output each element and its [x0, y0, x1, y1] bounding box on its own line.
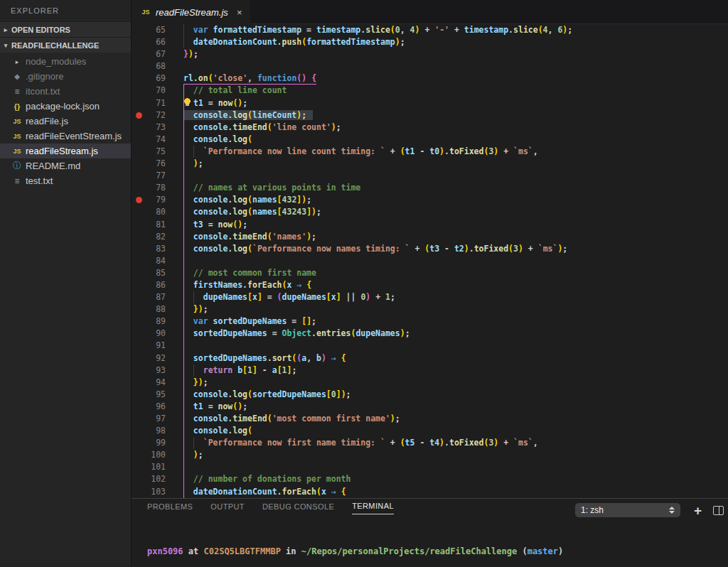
line-number[interactable]: 87 [146, 291, 166, 303]
breakpoint-gutter[interactable] [132, 303, 146, 315]
line-number[interactable]: 96 [146, 401, 166, 413]
breakpoint-gutter[interactable] [132, 109, 146, 122]
code-line[interactable]: 77 [132, 170, 728, 182]
split-terminal-icon[interactable] [713, 506, 724, 515]
line-number[interactable]: 71 [146, 97, 166, 109]
breakpoint-gutter[interactable] [132, 267, 146, 279]
code-line[interactable]: 70 // total line count [132, 85, 728, 97]
line-number[interactable]: 98 [146, 425, 166, 437]
breakpoint-gutter[interactable] [132, 85, 146, 97]
breakpoint-gutter[interactable] [132, 97, 146, 109]
breakpoint-gutter[interactable] [132, 243, 146, 255]
line-number[interactable]: 77 [146, 170, 166, 182]
code-line[interactable]: 86 firstNames.forEach(x ⇒ { [132, 279, 728, 291]
breakpoint-gutter[interactable] [132, 328, 146, 340]
code-line[interactable]: 80 console.log(names[43243]); [132, 206, 728, 218]
breakpoint-gutter[interactable] [132, 231, 146, 243]
code-line[interactable]: 94 }); [132, 377, 728, 389]
line-number[interactable]: 65 [146, 24, 166, 36]
code-line[interactable]: 96 t1 = now(); [132, 401, 728, 413]
breakpoint-gutter[interactable] [132, 60, 146, 72]
breakpoint-gutter[interactable] [132, 389, 146, 401]
line-number[interactable]: 89 [146, 315, 166, 328]
file-row-node-modules[interactable]: ▸node_modules [0, 54, 131, 69]
breakpoint-gutter[interactable] [132, 36, 146, 48]
code-line[interactable]: 72 console.log(lineCount); [132, 109, 728, 122]
code-line[interactable]: 82 console.timeEnd('names'); [132, 231, 728, 243]
line-number[interactable]: 81 [146, 219, 166, 231]
breakpoint-gutter[interactable] [132, 48, 146, 60]
code-line[interactable]: 66 dateDonationCount.push(formattedTimes… [132, 36, 728, 48]
line-number[interactable]: 85 [146, 267, 166, 279]
code-line[interactable]: 79 console.log(names[432]); [132, 194, 728, 206]
breakpoint-gutter[interactable] [132, 340, 146, 352]
line-number[interactable]: 68 [146, 60, 166, 72]
code-line[interactable]: 71t1 = now(); [132, 97, 728, 109]
panel-tab-debug-console[interactable]: DEBUG CONSOLE [262, 500, 334, 514]
breakpoint-gutter[interactable] [132, 486, 146, 498]
breakpoint-gutter[interactable] [132, 170, 146, 182]
breakpoint-gutter[interactable] [132, 315, 146, 328]
line-number[interactable]: 76 [146, 158, 166, 170]
breakpoint-gutter[interactable] [132, 194, 146, 206]
breakpoint-gutter[interactable] [132, 352, 146, 364]
file-row--gitignore[interactable]: ◆.gitignore [0, 69, 131, 84]
code-line[interactable]: 98 console.log( [132, 425, 728, 437]
section-open-editors[interactable]: ▸ OPEN EDITORS [0, 21, 131, 37]
breakpoint-gutter[interactable] [132, 279, 146, 291]
line-number[interactable]: 75 [146, 146, 166, 158]
line-number[interactable]: 95 [146, 389, 166, 401]
panel-tab-problems[interactable]: PROBLEMS [147, 500, 193, 514]
line-number[interactable]: 101 [146, 461, 166, 473]
code-line[interactable]: 99 `Performance now first name timing: `… [132, 437, 728, 449]
line-number[interactable]: 70 [146, 85, 166, 97]
breakpoint-gutter[interactable] [132, 72, 146, 85]
section-project-root[interactable]: ▾ READFILECHALLENGE [0, 37, 131, 53]
line-number[interactable]: 92 [146, 352, 166, 364]
breakpoint-gutter[interactable] [132, 364, 146, 377]
code-line[interactable]: 87 dupeNames[x] = (dupeNames[x] || 0) + … [132, 291, 728, 303]
breakpoint-gutter[interactable] [132, 158, 146, 170]
lightbulb-icon[interactable] [183, 98, 191, 107]
file-row-package-lock-json[interactable]: {}package-lock.json [0, 99, 131, 114]
code-line[interactable]: 102 // number of donations per month [132, 473, 728, 485]
line-number[interactable]: 67 [146, 48, 166, 60]
code-line[interactable]: 74 console.log( [132, 134, 728, 146]
code-line[interactable]: 65 var formattedTimestamp = timestamp.sl… [132, 24, 728, 36]
code-line[interactable]: 88 }); [132, 303, 728, 315]
line-number[interactable]: 74 [146, 134, 166, 146]
code-line[interactable]: 83 console.log(`Performance now names ti… [132, 243, 728, 255]
code-line[interactable]: 68 [132, 60, 728, 72]
code-line[interactable]: 67}); [132, 48, 728, 60]
line-number[interactable]: 88 [146, 303, 166, 315]
code-line[interactable]: 69rl.on('close', function() { [132, 72, 728, 85]
file-row-test-txt[interactable]: ≡test.txt [0, 173, 131, 188]
line-number[interactable]: 84 [146, 255, 166, 267]
line-number[interactable]: 102 [146, 473, 166, 485]
breakpoint-gutter[interactable] [132, 255, 146, 267]
code-line[interactable]: 97 console.timeEnd('most common first na… [132, 413, 728, 425]
line-number[interactable]: 69 [146, 72, 166, 85]
code-line[interactable]: 78 // names at various points in time [132, 182, 728, 194]
line-number[interactable]: 97 [146, 413, 166, 425]
code-line[interactable]: 91 [132, 340, 728, 352]
line-number[interactable]: 99 [146, 437, 166, 449]
terminal-output[interactable]: pxn5096 at C02SQ5LBGTFMMBP in ~/Repos/pe… [132, 514, 728, 567]
panel-tab-terminal[interactable]: TERMINAL [352, 499, 394, 514]
line-number[interactable]: 80 [146, 206, 166, 218]
line-number[interactable]: 94 [146, 377, 166, 389]
code-line[interactable]: 90 sortedDupeNames = Object.entries(dupe… [132, 328, 728, 340]
code-editor[interactable]: 65 var formattedTimestamp = timestamp.sl… [132, 24, 728, 498]
tab-readfilestream[interactable]: JS readFileStream.js × [132, 0, 250, 24]
code-line[interactable]: 95 console.log(sortedDupeNames[0]); [132, 389, 728, 401]
line-number[interactable]: 73 [146, 122, 166, 134]
file-row-itcont-txt[interactable]: ≡itcont.txt [0, 84, 131, 99]
breakpoint-gutter[interactable] [132, 437, 146, 449]
code-line[interactable]: 89 var sortedDupeNames = []; [132, 315, 728, 328]
line-number[interactable]: 100 [146, 449, 166, 461]
line-number[interactable]: 86 [146, 279, 166, 291]
breakpoint-gutter[interactable] [132, 413, 146, 425]
breakpoint-icon[interactable] [136, 197, 142, 203]
code-line[interactable]: 81 t3 = now(); [132, 219, 728, 231]
panel-tab-output[interactable]: OUTPUT [210, 500, 245, 514]
